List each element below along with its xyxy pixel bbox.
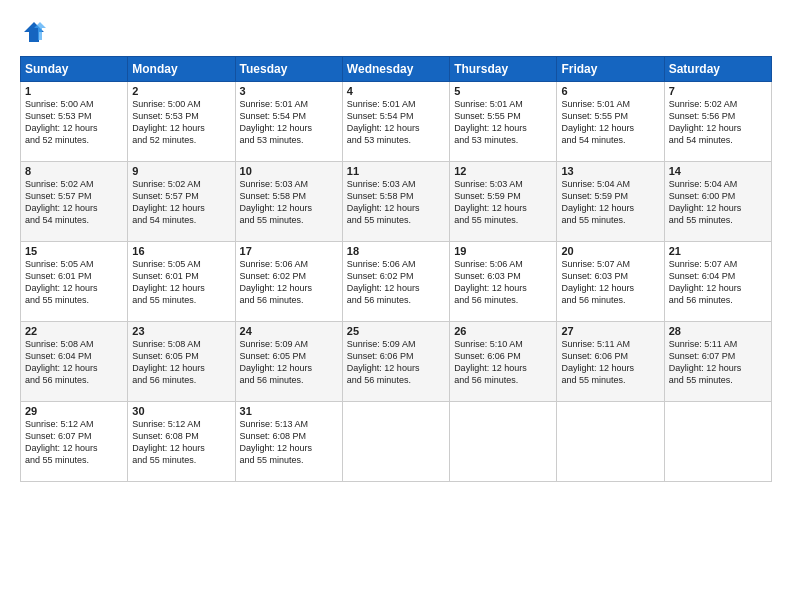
calendar-cell: 2Sunrise: 5:00 AM Sunset: 5:53 PM Daylig… — [128, 82, 235, 162]
calendar-cell: 12Sunrise: 5:03 AM Sunset: 5:59 PM Dayli… — [450, 162, 557, 242]
calendar-week-4: 22Sunrise: 5:08 AM Sunset: 6:04 PM Dayli… — [21, 322, 772, 402]
calendar-cell: 1Sunrise: 5:00 AM Sunset: 5:53 PM Daylig… — [21, 82, 128, 162]
day-number: 18 — [347, 245, 445, 257]
calendar-cell: 27Sunrise: 5:11 AM Sunset: 6:06 PM Dayli… — [557, 322, 664, 402]
col-header-wednesday: Wednesday — [342, 57, 449, 82]
cell-info: Sunrise: 5:12 AM Sunset: 6:08 PM Dayligh… — [132, 418, 230, 467]
calendar-cell: 22Sunrise: 5:08 AM Sunset: 6:04 PM Dayli… — [21, 322, 128, 402]
calendar-cell: 6Sunrise: 5:01 AM Sunset: 5:55 PM Daylig… — [557, 82, 664, 162]
cell-info: Sunrise: 5:11 AM Sunset: 6:07 PM Dayligh… — [669, 338, 767, 387]
day-number: 23 — [132, 325, 230, 337]
calendar-cell: 26Sunrise: 5:10 AM Sunset: 6:06 PM Dayli… — [450, 322, 557, 402]
day-number: 11 — [347, 165, 445, 177]
calendar-header-row: SundayMondayTuesdayWednesdayThursdayFrid… — [21, 57, 772, 82]
calendar-week-5: 29Sunrise: 5:12 AM Sunset: 6:07 PM Dayli… — [21, 402, 772, 482]
cell-info: Sunrise: 5:07 AM Sunset: 6:04 PM Dayligh… — [669, 258, 767, 307]
calendar-cell: 31Sunrise: 5:13 AM Sunset: 6:08 PM Dayli… — [235, 402, 342, 482]
calendar-cell: 13Sunrise: 5:04 AM Sunset: 5:59 PM Dayli… — [557, 162, 664, 242]
calendar-cell — [557, 402, 664, 482]
cell-info: Sunrise: 5:03 AM Sunset: 5:59 PM Dayligh… — [454, 178, 552, 227]
cell-info: Sunrise: 5:03 AM Sunset: 5:58 PM Dayligh… — [240, 178, 338, 227]
day-number: 2 — [132, 85, 230, 97]
page: SundayMondayTuesdayWednesdayThursdayFrid… — [0, 0, 792, 612]
calendar-cell: 21Sunrise: 5:07 AM Sunset: 6:04 PM Dayli… — [664, 242, 771, 322]
calendar-cell: 29Sunrise: 5:12 AM Sunset: 6:07 PM Dayli… — [21, 402, 128, 482]
col-header-thursday: Thursday — [450, 57, 557, 82]
day-number: 26 — [454, 325, 552, 337]
day-number: 15 — [25, 245, 123, 257]
calendar-cell — [664, 402, 771, 482]
day-number: 17 — [240, 245, 338, 257]
logo-icon — [20, 18, 48, 46]
calendar-cell: 20Sunrise: 5:07 AM Sunset: 6:03 PM Dayli… — [557, 242, 664, 322]
cell-info: Sunrise: 5:08 AM Sunset: 6:04 PM Dayligh… — [25, 338, 123, 387]
calendar-cell: 17Sunrise: 5:06 AM Sunset: 6:02 PM Dayli… — [235, 242, 342, 322]
cell-info: Sunrise: 5:09 AM Sunset: 6:06 PM Dayligh… — [347, 338, 445, 387]
calendar-cell: 28Sunrise: 5:11 AM Sunset: 6:07 PM Dayli… — [664, 322, 771, 402]
day-number: 13 — [561, 165, 659, 177]
col-header-saturday: Saturday — [664, 57, 771, 82]
cell-info: Sunrise: 5:01 AM Sunset: 5:54 PM Dayligh… — [240, 98, 338, 147]
cell-info: Sunrise: 5:06 AM Sunset: 6:02 PM Dayligh… — [347, 258, 445, 307]
cell-info: Sunrise: 5:08 AM Sunset: 6:05 PM Dayligh… — [132, 338, 230, 387]
cell-info: Sunrise: 5:01 AM Sunset: 5:55 PM Dayligh… — [454, 98, 552, 147]
calendar-cell: 19Sunrise: 5:06 AM Sunset: 6:03 PM Dayli… — [450, 242, 557, 322]
calendar-cell: 24Sunrise: 5:09 AM Sunset: 6:05 PM Dayli… — [235, 322, 342, 402]
cell-info: Sunrise: 5:05 AM Sunset: 6:01 PM Dayligh… — [25, 258, 123, 307]
day-number: 24 — [240, 325, 338, 337]
calendar-cell: 15Sunrise: 5:05 AM Sunset: 6:01 PM Dayli… — [21, 242, 128, 322]
calendar-cell — [450, 402, 557, 482]
calendar-week-3: 15Sunrise: 5:05 AM Sunset: 6:01 PM Dayli… — [21, 242, 772, 322]
day-number: 28 — [669, 325, 767, 337]
day-number: 4 — [347, 85, 445, 97]
col-header-tuesday: Tuesday — [235, 57, 342, 82]
calendar-cell: 9Sunrise: 5:02 AM Sunset: 5:57 PM Daylig… — [128, 162, 235, 242]
col-header-sunday: Sunday — [21, 57, 128, 82]
day-number: 25 — [347, 325, 445, 337]
calendar-cell: 5Sunrise: 5:01 AM Sunset: 5:55 PM Daylig… — [450, 82, 557, 162]
calendar-cell: 14Sunrise: 5:04 AM Sunset: 6:00 PM Dayli… — [664, 162, 771, 242]
calendar-cell: 16Sunrise: 5:05 AM Sunset: 6:01 PM Dayli… — [128, 242, 235, 322]
cell-info: Sunrise: 5:00 AM Sunset: 5:53 PM Dayligh… — [132, 98, 230, 147]
cell-info: Sunrise: 5:03 AM Sunset: 5:58 PM Dayligh… — [347, 178, 445, 227]
col-header-monday: Monday — [128, 57, 235, 82]
cell-info: Sunrise: 5:04 AM Sunset: 5:59 PM Dayligh… — [561, 178, 659, 227]
calendar-cell: 10Sunrise: 5:03 AM Sunset: 5:58 PM Dayli… — [235, 162, 342, 242]
day-number: 1 — [25, 85, 123, 97]
day-number: 12 — [454, 165, 552, 177]
day-number: 21 — [669, 245, 767, 257]
day-number: 20 — [561, 245, 659, 257]
cell-info: Sunrise: 5:04 AM Sunset: 6:00 PM Dayligh… — [669, 178, 767, 227]
calendar-cell: 25Sunrise: 5:09 AM Sunset: 6:06 PM Dayli… — [342, 322, 449, 402]
day-number: 31 — [240, 405, 338, 417]
calendar-cell: 30Sunrise: 5:12 AM Sunset: 6:08 PM Dayli… — [128, 402, 235, 482]
cell-info: Sunrise: 5:11 AM Sunset: 6:06 PM Dayligh… — [561, 338, 659, 387]
col-header-friday: Friday — [557, 57, 664, 82]
calendar-cell: 3Sunrise: 5:01 AM Sunset: 5:54 PM Daylig… — [235, 82, 342, 162]
cell-info: Sunrise: 5:13 AM Sunset: 6:08 PM Dayligh… — [240, 418, 338, 467]
cell-info: Sunrise: 5:12 AM Sunset: 6:07 PM Dayligh… — [25, 418, 123, 467]
cell-info: Sunrise: 5:02 AM Sunset: 5:57 PM Dayligh… — [25, 178, 123, 227]
day-number: 3 — [240, 85, 338, 97]
logo — [20, 18, 54, 46]
calendar-cell: 23Sunrise: 5:08 AM Sunset: 6:05 PM Dayli… — [128, 322, 235, 402]
cell-info: Sunrise: 5:02 AM Sunset: 5:57 PM Dayligh… — [132, 178, 230, 227]
calendar-cell: 8Sunrise: 5:02 AM Sunset: 5:57 PM Daylig… — [21, 162, 128, 242]
calendar-cell: 18Sunrise: 5:06 AM Sunset: 6:02 PM Dayli… — [342, 242, 449, 322]
day-number: 9 — [132, 165, 230, 177]
calendar-week-2: 8Sunrise: 5:02 AM Sunset: 5:57 PM Daylig… — [21, 162, 772, 242]
day-number: 14 — [669, 165, 767, 177]
day-number: 22 — [25, 325, 123, 337]
cell-info: Sunrise: 5:00 AM Sunset: 5:53 PM Dayligh… — [25, 98, 123, 147]
header — [20, 18, 772, 46]
day-number: 16 — [132, 245, 230, 257]
day-number: 6 — [561, 85, 659, 97]
cell-info: Sunrise: 5:02 AM Sunset: 5:56 PM Dayligh… — [669, 98, 767, 147]
cell-info: Sunrise: 5:10 AM Sunset: 6:06 PM Dayligh… — [454, 338, 552, 387]
cell-info: Sunrise: 5:06 AM Sunset: 6:03 PM Dayligh… — [454, 258, 552, 307]
cell-info: Sunrise: 5:07 AM Sunset: 6:03 PM Dayligh… — [561, 258, 659, 307]
day-number: 7 — [669, 85, 767, 97]
day-number: 30 — [132, 405, 230, 417]
cell-info: Sunrise: 5:01 AM Sunset: 5:55 PM Dayligh… — [561, 98, 659, 147]
day-number: 10 — [240, 165, 338, 177]
